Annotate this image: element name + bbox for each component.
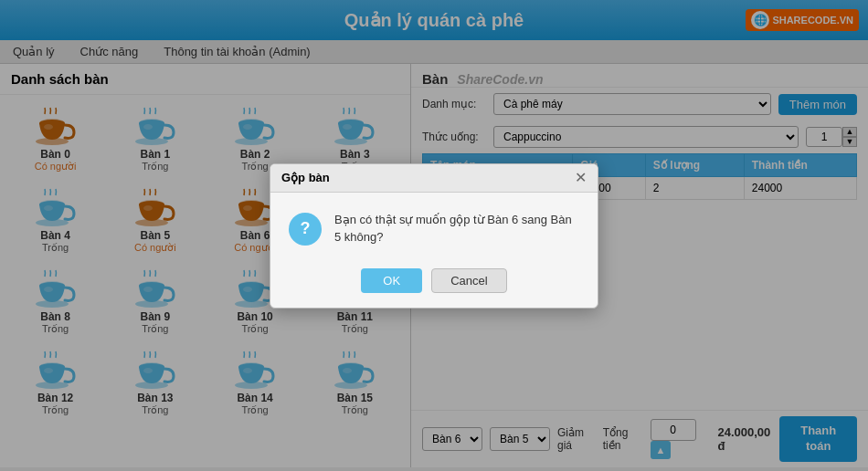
dialog-body: ? Bạn có thật sự muốn gộp từ Bàn 6 sang … xyxy=(270,193,598,259)
gop-ban-dialog: Gộp bàn ✕ ? Bạn có thật sự muốn gộp từ B… xyxy=(270,163,598,309)
dialog-message: Bạn có thật sự muốn gộp từ Bàn 6 sang Bà… xyxy=(334,211,579,246)
dialog-title-bar: Gộp bàn ✕ xyxy=(270,164,598,193)
dialog-buttons: OK Cancel xyxy=(270,259,598,308)
dialog-cancel-button[interactable]: Cancel xyxy=(431,268,506,293)
dialog-question-icon: ? xyxy=(289,213,322,246)
modal-overlay: Gộp bàn ✕ ? Bạn có thật sự muốn gộp từ B… xyxy=(0,0,868,471)
dialog-close-button[interactable]: ✕ xyxy=(575,171,587,185)
dialog-title: Gộp bàn xyxy=(281,171,330,184)
dialog-ok-button[interactable]: OK xyxy=(361,268,422,293)
